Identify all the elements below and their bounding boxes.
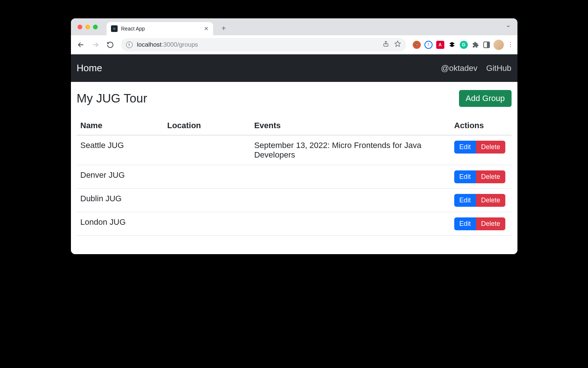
new-tab-button[interactable]: + <box>218 23 229 34</box>
nav-right-links: @oktadev GitHub <box>441 64 512 73</box>
address-bar-actions <box>383 40 401 49</box>
table-row: Seattle JUG September 13, 2022: Micro Fr… <box>77 135 512 165</box>
onepassword-extension-icon[interactable]: ! <box>424 41 433 49</box>
extension-icons: 🦆 ! A G ⋮ <box>410 40 514 50</box>
page-title: My JUG Tour <box>77 91 147 105</box>
cell-location <box>164 165 251 189</box>
side-panel-icon[interactable] <box>483 42 490 48</box>
cell-actions: Edit Delete <box>451 189 512 212</box>
cell-name: Dublin JUG <box>77 189 164 212</box>
page-content: My JUG Tour Add Group Name Location Even… <box>71 82 517 254</box>
browser-menu-icon[interactable]: ⋮ <box>508 41 514 48</box>
edit-button[interactable]: Edit <box>454 170 476 183</box>
svg-marker-3 <box>395 41 400 47</box>
back-button[interactable] <box>75 39 87 51</box>
grammarly-extension-icon[interactable]: G <box>460 41 468 49</box>
address-bar[interactable]: i localhost:3000/groups <box>121 38 406 51</box>
nav-github-link[interactable]: GitHub <box>486 64 511 73</box>
col-actions: Actions <box>451 116 512 135</box>
delete-button[interactable]: Delete <box>476 170 505 183</box>
groups-table: Name Location Events Actions Seattle JUG… <box>77 116 512 236</box>
tab-strip: ⚛ React App ✕ + <box>71 18 517 35</box>
nav-home-link[interactable]: Home <box>77 62 102 74</box>
cell-actions: Edit Delete <box>451 212 512 236</box>
traffic-lights <box>78 18 107 35</box>
col-location: Location <box>164 116 251 135</box>
edit-button[interactable]: Edit <box>454 194 476 207</box>
reload-button[interactable] <box>104 39 116 51</box>
bookmark-star-icon[interactable] <box>394 40 401 49</box>
table-row: London JUG Edit Delete <box>77 212 512 236</box>
cell-location <box>164 135 251 165</box>
tabs-dropdown-icon[interactable] <box>506 24 511 30</box>
window-close-button[interactable] <box>78 25 82 29</box>
url-text: localhost:3000/groups <box>137 41 198 48</box>
duckduckgo-extension-icon[interactable]: 🦆 <box>413 41 421 49</box>
forward-button[interactable] <box>89 39 102 51</box>
tab-close-icon[interactable]: ✕ <box>204 25 209 32</box>
cell-events <box>251 165 451 189</box>
cell-actions: Edit Delete <box>451 165 512 189</box>
delete-button[interactable]: Delete <box>476 141 505 154</box>
share-icon[interactable] <box>383 40 389 49</box>
edit-button[interactable]: Edit <box>454 141 476 154</box>
table-row: Dublin JUG Edit Delete <box>77 189 512 212</box>
cell-location <box>164 212 251 236</box>
buffer-extension-icon[interactable] <box>448 41 456 49</box>
browser-window: ⚛ React App ✕ + i localhost:3000/groups <box>71 18 517 254</box>
col-name: Name <box>77 116 164 135</box>
edit-button[interactable]: Edit <box>454 217 476 230</box>
tab-title: React App <box>121 26 145 32</box>
react-favicon-icon: ⚛ <box>111 25 118 32</box>
cell-events: September 13, 2022: Micro Frontends for … <box>251 135 451 165</box>
cell-name: Denver JUG <box>77 165 164 189</box>
cell-actions: Edit Delete <box>451 135 512 165</box>
window-maximize-button[interactable] <box>93 25 98 29</box>
cell-events <box>251 212 451 236</box>
extensions-puzzle-icon[interactable] <box>472 41 480 49</box>
cell-name: Seattle JUG <box>77 135 164 165</box>
page-header: My JUG Tour Add Group <box>77 90 512 107</box>
window-minimize-button[interactable] <box>85 25 90 29</box>
cell-events <box>251 189 451 212</box>
browser-tab[interactable]: ⚛ React App ✕ <box>107 22 213 35</box>
app-navbar: Home @oktadev GitHub <box>71 54 517 82</box>
site-info-icon[interactable]: i <box>126 42 133 48</box>
table-row: Denver JUG Edit Delete <box>77 165 512 189</box>
angular-extension-icon[interactable]: A <box>436 41 444 49</box>
profile-avatar[interactable] <box>494 40 504 50</box>
nav-oktadev-link[interactable]: @oktadev <box>441 64 477 73</box>
browser-toolbar: i localhost:3000/groups 🦆 ! A G <box>71 35 517 54</box>
col-events: Events <box>251 116 451 135</box>
add-group-button[interactable]: Add Group <box>459 90 511 107</box>
cell-name: London JUG <box>77 212 164 236</box>
delete-button[interactable]: Delete <box>476 194 505 207</box>
delete-button[interactable]: Delete <box>476 217 505 230</box>
cell-location <box>164 189 251 212</box>
